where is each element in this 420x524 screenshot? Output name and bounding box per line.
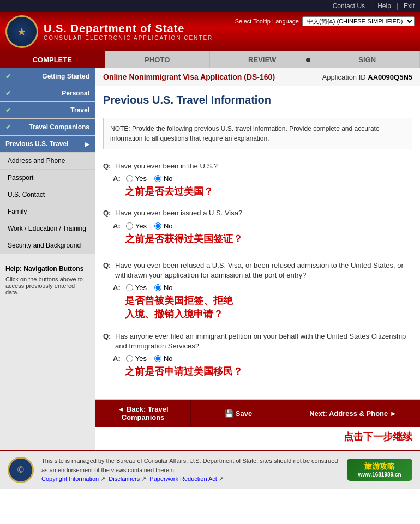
a-label-1: A: (113, 174, 121, 183)
copyright-icon: © (17, 465, 24, 475)
q4-yes-radio[interactable] (126, 355, 133, 362)
q3-no-radio[interactable] (154, 284, 161, 291)
radio-group-2: Yes No (126, 222, 173, 230)
language-select[interactable]: 中文(简体) (CHINESE-SIMPLIFIED) (302, 16, 415, 26)
q-label-2: Q: (103, 208, 113, 218)
radio-group-4: Yes No (126, 354, 173, 363)
tab-complete[interactable]: COMPLETE (0, 51, 105, 68)
q1-yes-option[interactable]: Yes (126, 174, 147, 183)
sidebar-item-address-phone[interactable]: Address and Phone (0, 153, 95, 170)
dept-sub: CONSULAR ELECTRONIC APPLICATION CENTER (44, 35, 213, 41)
save-button[interactable]: 💾 Save (191, 400, 286, 427)
note-box: NOTE: Provide the following previous U.S… (103, 118, 412, 149)
top-bar: Contact Us | Help | Exit (0, 0, 420, 12)
question-line-1: Q: Have you ever been in the U.S.? (103, 161, 412, 171)
sidebar-label-passport: Passport (8, 174, 33, 182)
a-label-4: A: (113, 354, 121, 363)
sidebar-label-family: Family (8, 208, 27, 215)
back-button[interactable]: ◄ Back: Travel Companions (95, 400, 191, 427)
q4-no-option[interactable]: No (154, 354, 173, 363)
question-block-2: Q: Have you ever been issued a U.S. Visa… (103, 208, 412, 245)
save-label: Save (236, 409, 252, 418)
q2-yes-radio[interactable] (126, 222, 133, 230)
q4-chinese-note: 之前是否申请过美国移民？ (125, 365, 412, 378)
app-title: Online Nonimmigrant Visa Application (DS… (103, 73, 275, 81)
sidebar-item-passport[interactable]: Passport (0, 170, 95, 186)
header-right: Select Tooltip Language 中文(简体) (CHINESE-… (235, 16, 415, 26)
brand-sub: www.1681989.cn (352, 472, 407, 478)
question-line-4: Q: Has anyone ever filed an immigrant pe… (103, 332, 412, 351)
sidebar: ✔ Getting Started ✔ Personal ✔ Travel ✔ … (0, 68, 95, 450)
app-id-value: AA0090Q5N5 (368, 73, 412, 81)
q1-no-option[interactable]: No (154, 174, 173, 183)
tooltip-label: Select Tooltip Language (235, 18, 299, 25)
sidebar-item-us-contact[interactable]: U.S. Contact (0, 186, 95, 203)
sidebar-item-security-background[interactable]: Security and Background (0, 237, 95, 254)
tab-review-label: REVIEW (248, 56, 276, 64)
question-line-3: Q: Have you ever been refused a U.S. Vis… (103, 261, 412, 280)
q2-no-option[interactable]: No (154, 222, 173, 230)
app-id: Application ID AA0090Q5N5 (322, 73, 413, 81)
chinese-nav-note: 点击下一步继续 (95, 427, 420, 447)
tab-photo[interactable]: PHOTO (105, 51, 211, 68)
question-block-4: Q: Has anyone ever filed an immigrant pe… (103, 332, 412, 379)
page-title: Previous U.S. Travel Information (95, 86, 420, 111)
q-label-4: Q: (103, 332, 113, 341)
sidebar-item-personal[interactable]: ✔ Personal (0, 85, 95, 102)
exit-link[interactable]: Exit (404, 2, 415, 10)
sidebar-label-security-background: Security and Background (8, 242, 81, 249)
tab-sign[interactable]: SIGN (315, 51, 421, 68)
next-button[interactable]: Next: Address & Phone ► (286, 400, 420, 427)
question-line-2: Q: Have you ever been issued a U.S. Visa… (103, 208, 412, 218)
q2-yes-option[interactable]: Yes (126, 222, 147, 230)
questions-area: Q: Have you ever been in the U.S.? A: Ye… (95, 156, 420, 394)
contact-us-link[interactable]: Contact Us (333, 2, 365, 10)
sidebar-item-family[interactable]: Family (0, 203, 95, 220)
check-icon: ✔ (5, 89, 11, 97)
a-label-2: A: (113, 222, 121, 230)
help-link[interactable]: Help (377, 2, 391, 10)
copyright-logo: © (8, 457, 34, 483)
q1-no-radio[interactable] (154, 175, 161, 182)
question-block-1: Q: Have you ever been in the U.S.? A: Ye… (103, 161, 412, 198)
paperwork-link[interactable]: Paperwork Reduction Act (149, 475, 217, 482)
sidebar-label-us-contact: U.S. Contact (8, 191, 45, 198)
dept-name: U.S. Department of State (44, 22, 213, 35)
help-text: Click on the buttons above to access pre… (5, 276, 89, 296)
sidebar-label-personal: Personal (62, 89, 89, 97)
q3-yes-radio[interactable] (126, 284, 133, 291)
nav-tabs: COMPLETE PHOTO REVIEW SIGN (0, 51, 420, 68)
q2-no-radio[interactable] (154, 222, 161, 230)
q2-chinese-note: 之前是否获得过美国签证？ (125, 232, 412, 246)
check-icon: ✔ (5, 123, 11, 131)
q4-no-radio[interactable] (154, 355, 161, 362)
footer-text: This site is managed by the Bureau of Co… (41, 456, 339, 484)
divider-1 (111, 256, 405, 256)
q1-yes-radio[interactable] (126, 175, 133, 182)
q3-no-option[interactable]: No (154, 284, 173, 292)
main-layout: ✔ Getting Started ✔ Personal ✔ Travel ✔ … (0, 68, 420, 450)
tab-review[interactable]: REVIEW (210, 51, 315, 68)
footer-main-text: This site is managed by the Bureau of Co… (41, 457, 338, 473)
sidebar-label-work-education: Work / Education / Training (8, 225, 86, 232)
sidebar-item-travel[interactable]: ✔ Travel (0, 102, 95, 119)
sidebar-item-previous-us-travel[interactable]: Previous U.S. Travel ▶ (0, 136, 95, 153)
question-text-1: Have you ever been in the U.S.? (115, 161, 218, 171)
answer-line-2: A: Yes No (113, 222, 412, 230)
sidebar-label-travel: Travel (70, 106, 89, 114)
sidebar-item-getting-started[interactable]: ✔ Getting Started (0, 68, 95, 85)
answer-line-4: A: Yes No (113, 354, 412, 363)
copyright-link[interactable]: Copyright Information (41, 475, 99, 482)
disclaimers-link[interactable]: Disclaimers (109, 475, 140, 482)
q4-yes-option[interactable]: Yes (126, 354, 147, 363)
sidebar-label-travel-companions: Travel Companions (29, 123, 89, 131)
help-title: Help: Navigation Buttons (5, 265, 89, 273)
save-icon: 💾 (225, 409, 233, 418)
radio-group-1: Yes No (126, 174, 173, 183)
question-text-3: Have you ever been refused a U.S. Visa, … (115, 261, 412, 280)
sidebar-label-address-phone: Address and Phone (8, 157, 65, 165)
bottom-nav: ◄ Back: Travel Companions 💾 Save Next: A… (95, 399, 420, 427)
sidebar-item-work-education[interactable]: Work / Education / Training (0, 220, 95, 237)
sidebar-item-travel-companions[interactable]: ✔ Travel Companions (0, 119, 95, 136)
q3-yes-option[interactable]: Yes (126, 284, 147, 292)
